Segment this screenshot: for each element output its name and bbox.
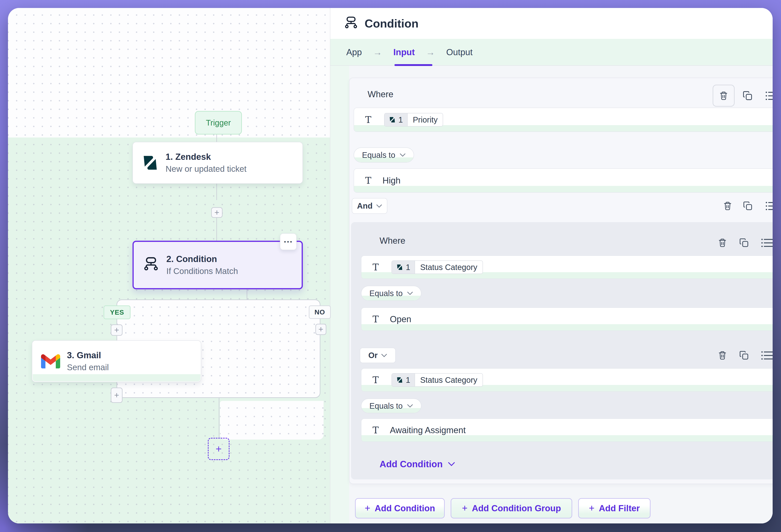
condition1-operator-dropdown[interactable]: Equals to (354, 148, 414, 163)
text-type-icon: T (365, 115, 371, 124)
text-type-icon: T (373, 262, 379, 272)
group-add-condition-dropdown[interactable]: Add Condition (379, 459, 455, 469)
add-filter-button-label: Add Filter (599, 503, 640, 513)
gmail-logo-icon (41, 354, 60, 368)
tab-underline (395, 64, 432, 66)
delete-condition-button[interactable] (717, 350, 728, 361)
node-zendesk-title: 1. Zendesk (166, 152, 246, 162)
group-condition2-value-input[interactable]: T Awaiting Assigment (361, 418, 773, 442)
step-number: 1 (406, 376, 410, 384)
add-step-no-branch[interactable]: + (315, 324, 326, 335)
branch-icon (142, 256, 160, 274)
panel-left-gutter (330, 66, 349, 524)
add-condition-button[interactable]: + Add Condition (355, 498, 445, 519)
delete-condition-button[interactable] (723, 201, 733, 211)
joiner-label: And (357, 201, 373, 210)
copy-icon (739, 238, 749, 248)
node-gmail[interactable]: 3. Gmail Send email (32, 340, 201, 382)
condition1-field-input[interactable]: T 1 Priority (354, 108, 773, 132)
delete-filter-button[interactable] (713, 85, 735, 107)
branch-label-yes: YES (104, 305, 130, 319)
group-condition2-operator-dropdown[interactable]: Equals to (361, 399, 421, 413)
node-gmail-subtitle: Send email (67, 363, 109, 372)
list-view-button[interactable] (765, 201, 773, 211)
chevron-down-icon (376, 204, 382, 208)
node-menu-button[interactable]: ... (280, 233, 297, 250)
text-type-icon: T (373, 315, 379, 324)
tab-output[interactable]: Output (446, 47, 472, 57)
copy-icon (739, 350, 749, 361)
operator-label: Equals to (369, 289, 403, 298)
where-label: Where (368, 89, 394, 99)
variable-pill-priority[interactable]: 1 Priority (384, 113, 443, 126)
plus-icon: + (462, 502, 467, 514)
panel-title: Condition (365, 17, 419, 30)
trash-icon (717, 238, 727, 247)
connector-condition-split (247, 288, 247, 300)
row-tint (361, 435, 773, 442)
chevron-down-icon (448, 462, 455, 466)
add-condition-button-label: Add Condition (375, 503, 435, 513)
variable-field-name: Status Category (415, 261, 483, 274)
chevron-down-icon (381, 354, 387, 357)
tab-input[interactable]: Input (393, 47, 415, 57)
node-condition[interactable]: 2. Condition If Conditions Match (132, 241, 303, 289)
group-joiner-dropdown[interactable]: And (352, 198, 387, 214)
group-condition2-field-input[interactable]: T 1 Status Category (361, 368, 773, 392)
trigger-label: Trigger (206, 118, 231, 127)
chevron-down-icon (400, 153, 406, 157)
plus-icon: + (589, 502, 594, 514)
group-condition1-value-input[interactable]: T Open (361, 308, 773, 331)
group-condition1-field-input[interactable]: T 1 Status Category (361, 255, 773, 279)
list-icon (765, 201, 773, 211)
panel-tabbar: App → Input → Output (330, 39, 773, 66)
node-condition-subtitle: If Conditions Match (166, 267, 238, 276)
zendesk-logo-icon (389, 116, 396, 123)
group-condition1-value: Open (390, 314, 411, 324)
text-type-icon: T (373, 425, 379, 435)
panel-header: Condition (330, 8, 773, 39)
add-condition-group-button[interactable]: + Add Condition Group (451, 498, 572, 519)
duplicate-condition-button[interactable] (743, 201, 753, 211)
zendesk-logo-icon (396, 264, 403, 271)
app-window: Trigger 1. Zendesk New or updated ticket (8, 8, 773, 524)
list-icon (761, 238, 773, 248)
group-list-view-button[interactable] (761, 351, 773, 361)
condition1-value: High (382, 175, 401, 186)
variable-pill-status-category[interactable]: 1 Status Category (392, 373, 483, 387)
group-condition1-operator-dropdown[interactable]: Equals to (361, 286, 421, 301)
add-filter-button[interactable]: + Add Filter (578, 498, 651, 519)
arrow-right-icon: → (373, 47, 382, 57)
trash-icon (717, 351, 727, 360)
group-or-joiner-dropdown[interactable]: Or (360, 348, 396, 363)
duplicate-filter-button[interactable] (742, 90, 753, 101)
text-type-icon: T (365, 176, 371, 185)
branch-label-no: NO (309, 305, 331, 319)
variable-pill-status-category[interactable]: 1 Status Category (392, 260, 483, 274)
plus-icon: + (365, 502, 370, 514)
no-label: NO (315, 308, 325, 316)
zendesk-logo-icon (142, 154, 159, 171)
step-number: 1 (406, 263, 410, 272)
node-zendesk[interactable]: 1. Zendesk New or updated ticket (132, 142, 303, 184)
condition-title-icon (343, 16, 359, 31)
group-list-view-button[interactable] (761, 238, 773, 248)
node-gmail-title: 3. Gmail (67, 350, 109, 360)
group-condition2-value: Awaiting Assigment (390, 425, 466, 435)
duplicate-group-button[interactable] (739, 238, 749, 248)
gmail-node-tint (33, 374, 200, 381)
joiner-label: Or (368, 351, 378, 360)
add-step-yes-branch[interactable]: + (111, 324, 123, 336)
variable-step-badge: 1 (384, 113, 408, 126)
trigger-badge: Trigger (195, 111, 242, 134)
duplicate-condition-button[interactable] (739, 350, 749, 361)
list-view-button[interactable] (765, 91, 773, 101)
branch-end-area (220, 401, 324, 440)
delete-group-button[interactable] (717, 238, 728, 248)
add-step-between-zendesk-condition[interactable]: + (211, 207, 222, 218)
tab-app[interactable]: App (346, 47, 362, 57)
add-step-after-branch[interactable]: + (208, 438, 230, 460)
condition1-value-input[interactable]: T High (354, 168, 773, 193)
row-tint (361, 324, 773, 331)
add-step-below-gmail[interactable]: + (111, 387, 123, 403)
